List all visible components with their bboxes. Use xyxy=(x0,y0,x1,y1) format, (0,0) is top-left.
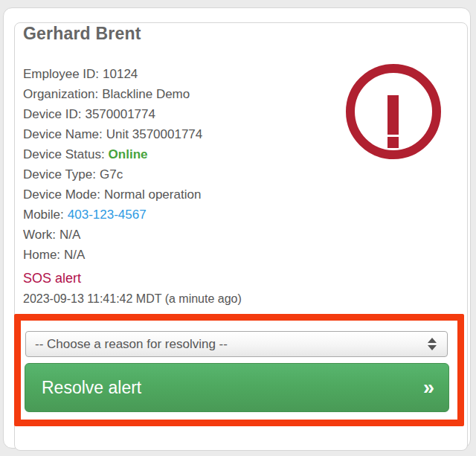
info-row-device-id: Device ID:3570001774 xyxy=(23,104,202,124)
info-label: Organization: xyxy=(23,87,98,101)
info-row-organization: Organization:Blackline Demo xyxy=(23,84,202,104)
info-label: Device ID: xyxy=(23,107,81,121)
info-value: N/A xyxy=(60,228,80,242)
resolve-reason-select[interactable]: -- Choose a reason for resolving -- xyxy=(25,331,448,357)
info-label: Employee ID: xyxy=(23,67,99,81)
alert-type-label: SOS alert xyxy=(23,271,81,286)
info-row-device-type: Device Type:G7c xyxy=(23,164,202,184)
info-value: G7c xyxy=(100,167,123,182)
mobile-phone-link[interactable]: 403-123-4567 xyxy=(68,208,147,222)
employee-info-block: Employee ID:10124 Organization:Blackline… xyxy=(23,64,202,265)
info-value: Normal operation xyxy=(104,187,201,202)
resolve-reason-select-value: -- Choose a reason for resolving -- xyxy=(35,337,228,352)
info-row-device-status: Device Status:Online xyxy=(23,144,202,164)
info-value: Blackline Demo xyxy=(102,87,190,101)
info-row-employee-id: Employee ID:10124 xyxy=(23,64,202,84)
info-value: 3570001774 xyxy=(85,107,155,121)
info-row-work: Work:N/A xyxy=(23,225,202,245)
info-value: N/A xyxy=(64,248,85,262)
info-row-home: Home:N/A xyxy=(23,245,202,265)
info-label: Home: xyxy=(23,248,60,262)
info-label: Work: xyxy=(23,228,56,242)
info-label: Device Name: xyxy=(23,127,103,141)
double-chevron-right-icon: » xyxy=(423,376,434,399)
info-label: Device Type: xyxy=(23,167,96,182)
select-spinner-icon xyxy=(428,338,437,350)
info-label: Device Mode: xyxy=(23,187,100,202)
exclamation-bar xyxy=(387,95,399,135)
info-value: 10124 xyxy=(103,67,138,81)
sos-exclamation-circle-icon xyxy=(346,64,441,159)
info-row-mobile: Mobile:403-123-4567 xyxy=(23,205,202,225)
employee-name-title: Gerhard Brent xyxy=(23,24,141,44)
resolve-alert-button-label: Resolve alert xyxy=(42,378,141,398)
info-label: Device Status: xyxy=(23,147,105,161)
exclamation-dot xyxy=(387,137,399,148)
resolve-alert-button[interactable]: Resolve alert » xyxy=(25,363,449,412)
info-value: Unit 3570001774 xyxy=(106,127,203,141)
device-status-online-badge: Online xyxy=(109,147,148,161)
info-row-device-mode: Device Mode:Normal operation xyxy=(23,184,202,205)
info-label: Mobile: xyxy=(23,208,64,222)
info-row-device-name: Device Name:Unit 3570001774 xyxy=(23,124,202,144)
alert-timestamp: 2023-09-13 11:41:42 MDT (a minute ago) xyxy=(23,292,242,306)
